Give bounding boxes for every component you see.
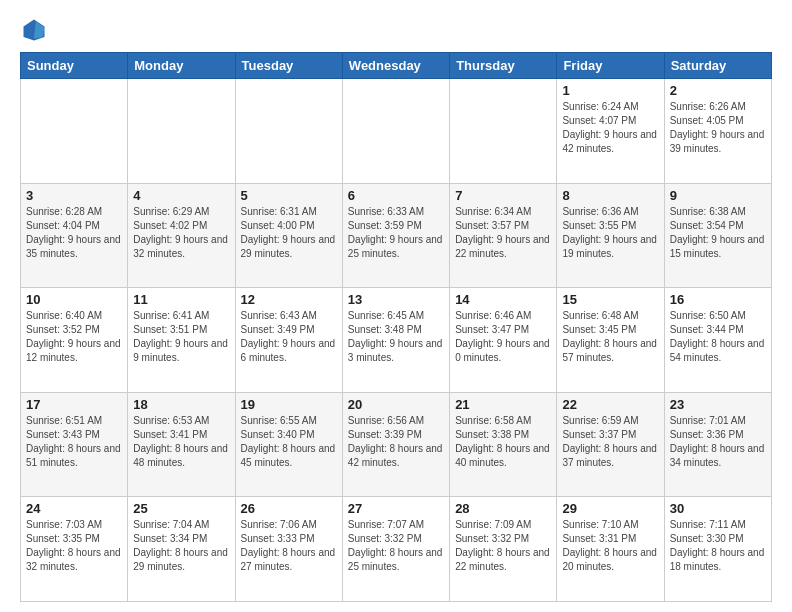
day-info: Sunrise: 6:55 AM Sunset: 3:40 PM Dayligh… bbox=[241, 414, 337, 470]
day-info: Sunrise: 6:31 AM Sunset: 4:00 PM Dayligh… bbox=[241, 205, 337, 261]
day-cell: 17Sunrise: 6:51 AM Sunset: 3:43 PM Dayli… bbox=[21, 392, 128, 497]
day-number: 21 bbox=[455, 397, 551, 412]
week-row-2: 3Sunrise: 6:28 AM Sunset: 4:04 PM Daylig… bbox=[21, 183, 772, 288]
day-cell: 27Sunrise: 7:07 AM Sunset: 3:32 PM Dayli… bbox=[342, 497, 449, 602]
week-row-5: 24Sunrise: 7:03 AM Sunset: 3:35 PM Dayli… bbox=[21, 497, 772, 602]
day-number: 23 bbox=[670, 397, 766, 412]
day-number: 4 bbox=[133, 188, 229, 203]
day-cell: 21Sunrise: 6:58 AM Sunset: 3:38 PM Dayli… bbox=[450, 392, 557, 497]
day-number: 3 bbox=[26, 188, 122, 203]
day-cell: 14Sunrise: 6:46 AM Sunset: 3:47 PM Dayli… bbox=[450, 288, 557, 393]
day-cell bbox=[21, 79, 128, 184]
logo-icon bbox=[20, 16, 48, 44]
day-cell bbox=[235, 79, 342, 184]
day-number: 16 bbox=[670, 292, 766, 307]
day-number: 2 bbox=[670, 83, 766, 98]
day-number: 29 bbox=[562, 501, 658, 516]
day-info: Sunrise: 6:40 AM Sunset: 3:52 PM Dayligh… bbox=[26, 309, 122, 365]
day-number: 30 bbox=[670, 501, 766, 516]
day-number: 8 bbox=[562, 188, 658, 203]
day-info: Sunrise: 6:36 AM Sunset: 3:55 PM Dayligh… bbox=[562, 205, 658, 261]
day-header-wednesday: Wednesday bbox=[342, 53, 449, 79]
day-info: Sunrise: 6:24 AM Sunset: 4:07 PM Dayligh… bbox=[562, 100, 658, 156]
day-number: 14 bbox=[455, 292, 551, 307]
day-info: Sunrise: 7:07 AM Sunset: 3:32 PM Dayligh… bbox=[348, 518, 444, 574]
day-cell: 26Sunrise: 7:06 AM Sunset: 3:33 PM Dayli… bbox=[235, 497, 342, 602]
day-cell: 18Sunrise: 6:53 AM Sunset: 3:41 PM Dayli… bbox=[128, 392, 235, 497]
day-number: 5 bbox=[241, 188, 337, 203]
day-cell: 7Sunrise: 6:34 AM Sunset: 3:57 PM Daylig… bbox=[450, 183, 557, 288]
day-cell: 15Sunrise: 6:48 AM Sunset: 3:45 PM Dayli… bbox=[557, 288, 664, 393]
day-cell: 9Sunrise: 6:38 AM Sunset: 3:54 PM Daylig… bbox=[664, 183, 771, 288]
day-cell: 8Sunrise: 6:36 AM Sunset: 3:55 PM Daylig… bbox=[557, 183, 664, 288]
day-info: Sunrise: 6:41 AM Sunset: 3:51 PM Dayligh… bbox=[133, 309, 229, 365]
day-info: Sunrise: 6:28 AM Sunset: 4:04 PM Dayligh… bbox=[26, 205, 122, 261]
day-info: Sunrise: 6:46 AM Sunset: 3:47 PM Dayligh… bbox=[455, 309, 551, 365]
day-cell: 1Sunrise: 6:24 AM Sunset: 4:07 PM Daylig… bbox=[557, 79, 664, 184]
day-info: Sunrise: 6:33 AM Sunset: 3:59 PM Dayligh… bbox=[348, 205, 444, 261]
day-info: Sunrise: 6:29 AM Sunset: 4:02 PM Dayligh… bbox=[133, 205, 229, 261]
day-header-tuesday: Tuesday bbox=[235, 53, 342, 79]
day-cell: 29Sunrise: 7:10 AM Sunset: 3:31 PM Dayli… bbox=[557, 497, 664, 602]
day-info: Sunrise: 6:38 AM Sunset: 3:54 PM Dayligh… bbox=[670, 205, 766, 261]
day-number: 1 bbox=[562, 83, 658, 98]
day-number: 12 bbox=[241, 292, 337, 307]
day-header-sunday: Sunday bbox=[21, 53, 128, 79]
day-cell: 28Sunrise: 7:09 AM Sunset: 3:32 PM Dayli… bbox=[450, 497, 557, 602]
day-info: Sunrise: 7:10 AM Sunset: 3:31 PM Dayligh… bbox=[562, 518, 658, 574]
day-header-monday: Monday bbox=[128, 53, 235, 79]
day-number: 17 bbox=[26, 397, 122, 412]
day-number: 9 bbox=[670, 188, 766, 203]
day-cell: 2Sunrise: 6:26 AM Sunset: 4:05 PM Daylig… bbox=[664, 79, 771, 184]
day-header-saturday: Saturday bbox=[664, 53, 771, 79]
day-info: Sunrise: 6:48 AM Sunset: 3:45 PM Dayligh… bbox=[562, 309, 658, 365]
day-number: 10 bbox=[26, 292, 122, 307]
day-number: 15 bbox=[562, 292, 658, 307]
day-number: 28 bbox=[455, 501, 551, 516]
day-info: Sunrise: 6:56 AM Sunset: 3:39 PM Dayligh… bbox=[348, 414, 444, 470]
day-number: 20 bbox=[348, 397, 444, 412]
day-info: Sunrise: 6:59 AM Sunset: 3:37 PM Dayligh… bbox=[562, 414, 658, 470]
day-cell: 30Sunrise: 7:11 AM Sunset: 3:30 PM Dayli… bbox=[664, 497, 771, 602]
page: SundayMondayTuesdayWednesdayThursdayFrid… bbox=[0, 0, 792, 612]
day-cell: 5Sunrise: 6:31 AM Sunset: 4:00 PM Daylig… bbox=[235, 183, 342, 288]
day-number: 13 bbox=[348, 292, 444, 307]
day-cell bbox=[342, 79, 449, 184]
header-row: SundayMondayTuesdayWednesdayThursdayFrid… bbox=[21, 53, 772, 79]
day-info: Sunrise: 6:34 AM Sunset: 3:57 PM Dayligh… bbox=[455, 205, 551, 261]
day-info: Sunrise: 7:04 AM Sunset: 3:34 PM Dayligh… bbox=[133, 518, 229, 574]
day-info: Sunrise: 6:45 AM Sunset: 3:48 PM Dayligh… bbox=[348, 309, 444, 365]
day-cell: 12Sunrise: 6:43 AM Sunset: 3:49 PM Dayli… bbox=[235, 288, 342, 393]
day-cell: 20Sunrise: 6:56 AM Sunset: 3:39 PM Dayli… bbox=[342, 392, 449, 497]
day-number: 24 bbox=[26, 501, 122, 516]
day-header-thursday: Thursday bbox=[450, 53, 557, 79]
day-cell: 4Sunrise: 6:29 AM Sunset: 4:02 PM Daylig… bbox=[128, 183, 235, 288]
day-cell: 13Sunrise: 6:45 AM Sunset: 3:48 PM Dayli… bbox=[342, 288, 449, 393]
day-cell: 22Sunrise: 6:59 AM Sunset: 3:37 PM Dayli… bbox=[557, 392, 664, 497]
day-number: 25 bbox=[133, 501, 229, 516]
day-cell: 6Sunrise: 6:33 AM Sunset: 3:59 PM Daylig… bbox=[342, 183, 449, 288]
day-info: Sunrise: 7:09 AM Sunset: 3:32 PM Dayligh… bbox=[455, 518, 551, 574]
day-header-friday: Friday bbox=[557, 53, 664, 79]
week-row-3: 10Sunrise: 6:40 AM Sunset: 3:52 PM Dayli… bbox=[21, 288, 772, 393]
day-cell: 16Sunrise: 6:50 AM Sunset: 3:44 PM Dayli… bbox=[664, 288, 771, 393]
day-info: Sunrise: 6:58 AM Sunset: 3:38 PM Dayligh… bbox=[455, 414, 551, 470]
day-number: 6 bbox=[348, 188, 444, 203]
day-info: Sunrise: 7:11 AM Sunset: 3:30 PM Dayligh… bbox=[670, 518, 766, 574]
day-cell bbox=[128, 79, 235, 184]
logo bbox=[20, 16, 52, 44]
day-info: Sunrise: 6:53 AM Sunset: 3:41 PM Dayligh… bbox=[133, 414, 229, 470]
week-row-4: 17Sunrise: 6:51 AM Sunset: 3:43 PM Dayli… bbox=[21, 392, 772, 497]
day-number: 11 bbox=[133, 292, 229, 307]
header bbox=[20, 16, 772, 44]
day-cell bbox=[450, 79, 557, 184]
day-info: Sunrise: 6:26 AM Sunset: 4:05 PM Dayligh… bbox=[670, 100, 766, 156]
calendar: SundayMondayTuesdayWednesdayThursdayFrid… bbox=[20, 52, 772, 602]
day-number: 22 bbox=[562, 397, 658, 412]
day-number: 7 bbox=[455, 188, 551, 203]
day-number: 27 bbox=[348, 501, 444, 516]
day-info: Sunrise: 6:43 AM Sunset: 3:49 PM Dayligh… bbox=[241, 309, 337, 365]
day-info: Sunrise: 7:06 AM Sunset: 3:33 PM Dayligh… bbox=[241, 518, 337, 574]
day-cell: 11Sunrise: 6:41 AM Sunset: 3:51 PM Dayli… bbox=[128, 288, 235, 393]
day-info: Sunrise: 6:50 AM Sunset: 3:44 PM Dayligh… bbox=[670, 309, 766, 365]
